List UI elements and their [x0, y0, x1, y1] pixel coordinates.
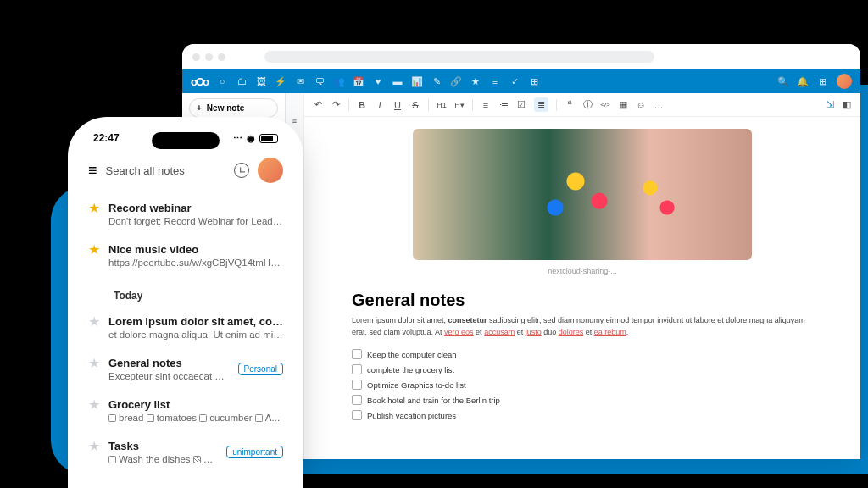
- note-title: Record webinar: [108, 202, 283, 214]
- note-item[interactable]: ★ Tasks Wash the dishes Cle... unimporta…: [86, 431, 285, 473]
- note-tag: Personal: [238, 363, 283, 375]
- note-subtitle: bread tomatoes cucumber A...: [108, 413, 283, 423]
- hamburger-icon[interactable]: ≡: [292, 117, 297, 125]
- bookmarks-icon[interactable]: 🔗: [451, 76, 461, 86]
- contacts-icon[interactable]: 👥: [334, 76, 344, 86]
- ul-button[interactable]: ≡: [481, 100, 491, 110]
- star-icon[interactable]: ★: [88, 398, 100, 423]
- url-bar[interactable]: [264, 51, 654, 63]
- star-icon[interactable]: ★: [88, 202, 100, 226]
- star-icon[interactable]: ★: [88, 243, 100, 268]
- star-icon[interactable]: ★: [88, 357, 100, 381]
- note-subtitle: https://peertube.su/w/xgCBjVQ14tmHSjX...: [108, 258, 283, 268]
- window-dot[interactable]: [218, 53, 225, 61]
- search-icon[interactable]: 🔍: [778, 76, 788, 86]
- window-dot[interactable]: [192, 53, 200, 61]
- redo-button[interactable]: ↷: [331, 99, 341, 110]
- menu-icon[interactable]: ≡: [88, 162, 97, 180]
- wifi-icon: ⋯: [233, 133, 242, 144]
- talk-icon[interactable]: 🗨: [314, 76, 325, 86]
- activity-icon[interactable]: ⚡: [275, 76, 286, 86]
- note-subtitle: Wash the dishes Cle...: [108, 454, 216, 464]
- more-button[interactable]: …: [654, 100, 664, 110]
- checklist-item[interactable]: Book hotel and train for the Berlin trip: [352, 392, 813, 408]
- mail-icon[interactable]: ✉: [295, 76, 305, 86]
- note-list: ★ Record webinar Don't forget: Record We…: [75, 193, 297, 473]
- note-title: Grocery list: [108, 398, 283, 411]
- dynamic-island: [152, 132, 220, 149]
- quote-button[interactable]: ❝: [565, 99, 575, 110]
- list-icon[interactable]: ≡: [490, 76, 500, 86]
- search-placeholder: Search all notes: [106, 164, 185, 177]
- window-dot[interactable]: [205, 53, 213, 61]
- notes-icon[interactable]: ✎: [431, 76, 442, 86]
- note-item[interactable]: ★ General notes Excepteur sint occaecat …: [86, 348, 285, 390]
- tasks-icon[interactable]: ✓: [509, 76, 520, 86]
- undo-button[interactable]: ↶: [313, 99, 323, 110]
- emoji-button[interactable]: ☺: [636, 100, 646, 110]
- new-note-label: New note: [207, 103, 244, 113]
- checklist-item[interactable]: Publish vacation pictures: [352, 408, 813, 423]
- favorites-icon[interactable]: ♥: [373, 76, 383, 86]
- recent-icon[interactable]: [234, 163, 249, 178]
- indent-button[interactable]: ≣: [534, 97, 548, 112]
- star-icon[interactable]: ★: [88, 315, 100, 340]
- grid-icon[interactable]: ⊞: [529, 76, 539, 86]
- note-subtitle: Excepteur sint occaecat cupi...: [108, 371, 228, 381]
- calendar-icon[interactable]: 📅: [353, 76, 364, 86]
- note-item[interactable]: ★ Grocery list bread tomatoes cucumber A…: [86, 390, 285, 431]
- code-button[interactable]: </>: [600, 101, 610, 108]
- italic-button[interactable]: I: [375, 100, 385, 110]
- share-icon[interactable]: ⇲: [825, 99, 835, 110]
- phone-frame: 22:47 ⋯ ◉ ≡ Search all notes ★ Record we…: [75, 124, 297, 488]
- notifications-icon[interactable]: 🔔: [798, 76, 808, 86]
- sidebar-toggle-icon[interactable]: ◧: [842, 99, 852, 110]
- note-subtitle: et dolore magna aliqua. Ut enim ad minim…: [108, 330, 283, 340]
- checklist-button[interactable]: ☑: [516, 99, 526, 110]
- heading-button[interactable]: H▾: [454, 101, 465, 109]
- star-icon[interactable]: ★: [470, 76, 481, 86]
- wifi-icon: ◉: [247, 133, 255, 144]
- user-avatar[interactable]: [837, 74, 852, 89]
- info-button[interactable]: ⓘ: [582, 98, 593, 111]
- photos-icon[interactable]: 🖼: [256, 76, 266, 86]
- dashboard-icon[interactable]: ○: [217, 76, 227, 86]
- strike-button[interactable]: S: [410, 100, 420, 110]
- underline-button[interactable]: U: [392, 100, 403, 110]
- app-nav-bar: oOo ○ 🗀 🖼 ⚡ ✉ 🗨 👥 📅 ♥ ▬ 📊 ✎ 🔗 ★ ≡ ✓ ⊞ 🔍 …: [182, 69, 860, 93]
- doc-body: Lorem ipsum dolor sit amet, consetetur s…: [352, 315, 813, 338]
- browser-chrome: [182, 44, 860, 69]
- apps-icon[interactable]: ⊞: [817, 76, 827, 86]
- ol-button[interactable]: ≔: [498, 99, 509, 110]
- editor-toolbar: ↶ ↷ B I U S H1 H▾ ≡ ≔ ☑ ≣ ❝ ⓘ </> ▦: [304, 93, 860, 117]
- table-button[interactable]: ▦: [618, 99, 628, 110]
- status-time: 22:47: [93, 132, 120, 144]
- document-area[interactable]: nextcloud-sharing-... General notes Lore…: [304, 117, 860, 459]
- doc-title: General notes: [352, 291, 813, 310]
- note-title: General notes: [108, 357, 228, 369]
- note-item[interactable]: ★ Lorem ipsum dolor sit amet, consect...…: [86, 307, 285, 348]
- note-subtitle: Don't forget: Record Webinar for Lead ge…: [108, 216, 283, 226]
- files-icon[interactable]: 🗀: [236, 76, 247, 86]
- note-title: Nice music video: [108, 243, 283, 256]
- new-note-button[interactable]: New note: [189, 98, 278, 118]
- search-row: ≡ Search all notes: [75, 152, 297, 193]
- section-today: Today: [86, 276, 285, 307]
- checklist-item[interactable]: Keep the computer clean: [352, 347, 813, 362]
- note-tag: unimportant: [226, 446, 283, 458]
- bold-button[interactable]: B: [357, 100, 367, 110]
- checklist: Keep the computer clean complete the gro…: [352, 347, 813, 423]
- search-input[interactable]: Search all notes: [106, 164, 225, 177]
- star-icon[interactable]: ★: [88, 440, 100, 464]
- note-item[interactable]: ★ Record webinar Don't forget: Record We…: [86, 193, 285, 235]
- h1-button[interactable]: H1: [437, 101, 447, 109]
- analytics-icon[interactable]: 📊: [412, 76, 422, 86]
- note-title: Tasks: [108, 440, 216, 452]
- hero-image: [413, 129, 752, 260]
- checklist-item[interactable]: Optimize Graphics to-do list: [352, 377, 813, 392]
- user-avatar[interactable]: [258, 158, 283, 183]
- nextcloud-logo[interactable]: oOo: [191, 75, 208, 88]
- note-item[interactable]: ★ Nice music video https://peertube.su/w…: [86, 235, 285, 276]
- deck-icon[interactable]: ▬: [392, 76, 403, 86]
- checklist-item[interactable]: complete the grocery list: [352, 362, 813, 377]
